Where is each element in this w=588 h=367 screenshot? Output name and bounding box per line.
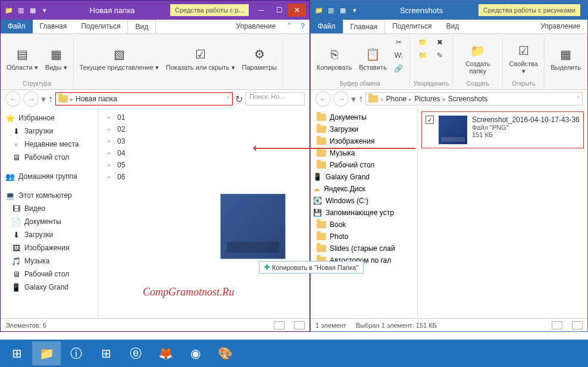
nav-desktop[interactable]: 🖥Рабочий стол [1,151,98,164]
nav-favorites[interactable]: ⭐Избранное [1,111,98,125]
nav-item[interactable]: Book [311,219,417,231]
maximize-button[interactable]: ☐ [270,4,288,17]
nav-item[interactable]: Photo [311,231,417,242]
tab-view[interactable]: Вид [439,20,466,33]
nav-music[interactable]: 🎵Музыка [1,254,98,268]
back-button[interactable]: ← [5,91,21,107]
file-item[interactable]: ▫02 [102,123,306,135]
breadcrumb-segment[interactable]: Новая папка [76,95,117,103]
up-button[interactable]: ↑ [358,94,363,104]
file-item[interactable]: ▫06 [102,171,306,183]
file-item[interactable]: ▫05 [102,159,306,171]
ribbon-areas-button[interactable]: ▤Области ▾ [4,36,40,79]
tab-file[interactable]: Файл [311,20,343,33]
qat-newfolder-icon[interactable]: ▦ [28,5,37,15]
ribbon-current-button[interactable]: ▧Текущее представление ▾ [77,36,161,79]
tab-manage[interactable]: Управление [229,20,283,33]
nav-item[interactable]: Slides (старые слай [311,242,417,254]
checkbox-icon[interactable]: ✓ [426,116,434,124]
ribbon-options-button[interactable]: ⚙Параметры [240,36,280,79]
breadcrumb-segment[interactable]: Screenshots [448,95,488,103]
navigation-pane[interactable]: ⭐Избранное ⬇Загрузки ▫Недавние места 🖥Ра… [1,108,98,318]
navigation-pane[interactable]: ДокументыЗагрузкиИзображенияМузыкаРабочи… [311,108,418,318]
context-tab[interactable]: Средства работы с р... [170,4,249,16]
ribbon-properties-button[interactable]: ☑Свойства ▾ [506,36,540,79]
ribbon-cut-button[interactable]: ✂ [392,36,406,48]
ribbon-delete-button[interactable]: ✖ [433,36,447,48]
nav-item[interactable]: 💽Windows (C:) [311,195,417,207]
nav-downloads-2[interactable]: ⬇Загрузки [1,228,98,241]
tab-manage[interactable]: Управление [533,20,587,33]
nav-documents[interactable]: 📄Документы [1,215,98,228]
view-details-button[interactable] [274,321,284,329]
taskbar-app-grid[interactable]: ⊞ [92,341,120,365]
file-item-screenshot[interactable]: ✓ Screenshot_2016-04-10-17-43-36 Файл "P… [421,111,584,148]
nav-item[interactable]: Загрузки [311,123,417,135]
file-list[interactable]: ✓ Screenshot_2016-04-10-17-43-36 Файл "P… [418,108,587,318]
minimize-button[interactable]: ─ [252,4,270,17]
nav-item[interactable]: 💾Запоминающее устр [311,207,417,219]
titlebar[interactable]: 📁 ▥ ▦ ▾ Screenshots Средства работы с ри… [311,1,587,20]
nav-desktop-2[interactable]: 🖥Рабочий стол [1,268,98,281]
context-tab[interactable]: Средства работы с рисунками [478,4,580,16]
back-button[interactable]: ← [315,91,331,107]
file-item[interactable]: ▫03 [102,135,306,147]
nav-galaxy[interactable]: 📱Galaxy Grand [1,281,98,294]
forward-button[interactable]: → [23,91,39,107]
history-dropdown-icon[interactable]: ▾ [351,94,356,105]
breadcrumb-segment[interactable]: Phone [386,95,407,103]
qat-props-icon[interactable]: ▥ [326,5,336,15]
qat-dropdown-icon[interactable]: ▾ [350,5,359,15]
nav-video[interactable]: 🎞Видео [1,202,98,215]
view-thumbs-button[interactable] [572,321,583,329]
collapse-ribbon-icon[interactable]: ˄ [283,20,296,33]
view-details-button[interactable] [552,321,562,329]
nav-recent[interactable]: ▫Недавние места [1,138,98,151]
ribbon-newfolder-button[interactable]: 📁Создать папку [456,36,499,79]
taskbar-paint[interactable]: 🎨 [211,341,239,365]
taskbar-firefox[interactable]: 🦊 [151,341,180,365]
taskbar[interactable]: ⊞ 📁 ⓘ ⊞ ⓔ 🦊 ◉ 🎨 [0,340,588,367]
breadcrumb[interactable]: « Phone▸ Pictures▸ Screenshots ˅ [365,92,583,105]
ribbon-paste-shortcut-button[interactable]: 🔗 [392,63,406,74]
tab-share[interactable]: Поделиться [74,20,127,33]
nav-item[interactable]: 📱Galaxy Grand [311,171,417,183]
nav-item[interactable]: Рабочий стол [311,159,417,171]
taskbar-chrome[interactable]: ◉ [181,341,209,365]
taskbar-ie[interactable]: ⓔ [121,341,150,365]
ribbon-paste-button[interactable]: 📋Вставить [356,36,389,79]
ribbon-views-button[interactable]: ▦Виды ▾ [43,36,70,79]
taskbar-explorer[interactable]: 📁 [32,341,61,365]
qat-dropdown-icon[interactable]: ▾ [40,5,49,15]
start-button[interactable]: ⊞ [2,341,31,365]
ribbon-copy-button[interactable]: ⎘Копировать [314,36,354,79]
qat-newfolder-icon[interactable]: ▦ [338,5,348,15]
nav-images[interactable]: 🖼Изображения [1,241,98,254]
view-thumbs-button[interactable] [294,321,305,329]
ribbon-rename-button[interactable]: ✎ [433,49,447,61]
file-item[interactable]: ▫01 [102,111,306,123]
ribbon-show-button[interactable]: ☑Показать или скрыть ▾ [164,36,237,79]
titlebar[interactable]: 📁 ▥ ▦ ▾ Новая папка Средства работы с р.… [1,1,309,20]
forward-button[interactable]: → [333,91,349,107]
nav-this-pc[interactable]: 💻Этот компьютер [1,189,98,202]
tab-file[interactable]: Файл [1,20,33,33]
refresh-button[interactable]: ↻ [235,94,243,105]
ribbon-select-button[interactable]: ▦Выделить [548,36,583,79]
history-dropdown-icon[interactable]: ▾ [41,94,46,105]
breadcrumb[interactable]: ▸ Новая папка ˅ [55,92,233,105]
ribbon-copyto-button[interactable]: 📁 [416,49,430,61]
ribbon-copypath-button[interactable]: W: [392,49,406,61]
tab-view[interactable]: Вид [127,20,156,33]
nav-downloads[interactable]: ⬇Загрузки [1,125,98,138]
ribbon-moveto-button[interactable]: 📁 [416,36,430,48]
tab-home[interactable]: Главная [343,20,386,33]
tab-share[interactable]: Поделиться [385,20,439,33]
nav-homegroup[interactable]: 👥Домашняя группа [1,170,98,183]
nav-item[interactable]: ☁Яндекс.Диск [311,183,417,195]
file-item[interactable]: ▫04 [102,147,306,159]
up-button[interactable]: ↑ [48,94,53,104]
nav-item[interactable]: Музыка [311,147,417,159]
nav-item[interactable]: Документы [311,111,417,123]
search-input[interactable]: Поиск: Но... [245,92,305,105]
